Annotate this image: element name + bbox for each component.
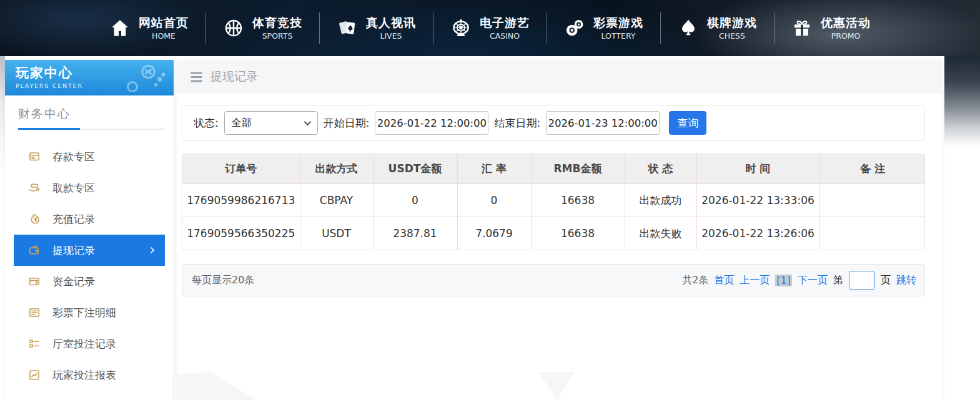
nav-item-lottery[interactable]: 彩票游戏LOTTERY [547,16,660,41]
table-cell: 16638 [531,184,625,217]
sidebar-item-label: 存款专区 [52,150,95,164]
page-header: 提现记录 [177,60,942,94]
sidebar-header: 玩家中心 PLAYERS CENTER [5,60,174,95]
nav-item-labels: 体育竞技SPORTS [252,16,302,41]
sidebar-item-label: 厅室投注记录 [52,337,116,351]
nav-label-en: LOTTERY [601,31,636,41]
per-page-text: 每页显示20条 [192,274,254,287]
sidebar-item-funds-record[interactable]: 资金记录 [14,266,165,297]
table-cell: 1769059986216713 [182,184,300,217]
sidebar-item-withdrawal-record[interactable]: 提现记录 [14,235,165,266]
jump-suffix-label: 页 [881,274,891,287]
nav-label-zh: 电子游艺 [480,16,530,31]
lottery-balls-icon [564,17,585,39]
next-page-link[interactable]: 下一页 [798,274,828,287]
column-header: 汇 率 [457,154,531,184]
nav-item-labels: 彩票游戏LOTTERY [593,16,643,41]
player-bet-report-icon [28,369,41,381]
home-icon [109,17,131,39]
column-header: 订单号 [182,154,300,184]
nav-label-zh: 网站首页 [139,16,189,31]
search-button[interactable]: 查询 [669,111,706,135]
sidebar-item-deposit-zone[interactable]: 存款专区 [14,141,165,172]
sidebar-item-label: 提现记录 [52,243,95,258]
table-cell: 0 [373,184,457,217]
nav-item-labels: 优惠活动PROMO [821,16,871,41]
lottery-bet-detail-icon [28,306,41,319]
column-header: 出款方式 [300,154,373,184]
page-jump-input[interactable] [849,271,875,290]
jump-button[interactable]: 跳转 [896,274,916,287]
table-cell: USDT [300,217,373,250]
sidebar-item-label: 玩家投注报表 [52,368,116,383]
recharge-record-icon [28,213,41,225]
sidebar: 玩家中心 PLAYERS CENTER 财务中心 存款专区取款专区充值记录提现记… [5,60,174,400]
nav-item-promo[interactable]: 优惠活动PROMO [775,16,888,41]
column-header: 状 态 [625,154,696,184]
withdrawal-table: 订单号出款方式USDT金额汇 率RMB金额状 态时 间备 注1769059986… [182,154,925,250]
table-cell: 2026-01-22 13:26:06 [696,217,819,250]
hamburger-icon [190,72,203,82]
sidebar-item-recharge-record[interactable]: 充值记录 [14,203,165,235]
table-cell: 2026-01-22 13:33:06 [696,184,819,217]
sidebar-item-label: 充值记录 [52,212,95,227]
nav-item-chess[interactable]: 棋牌游戏CHESS [661,16,774,41]
nav-item-sports[interactable]: 体育竞技SPORTS [206,16,319,41]
table-cell: 7.0679 [457,217,531,250]
sidebar-item-room-bet-record[interactable]: 厅室投注记录 [14,328,165,359]
top-navigation: 网站首页HOME体育竞技SPORTS真人视讯LIVES电子游艺CASINO彩票游… [0,0,980,56]
sidebar-item-lottery-bet-detail[interactable]: 彩票下注明细 [14,297,165,328]
pagination-controls: 共2条 首页 上一页 [1] 下一页 第 页 跳转 [682,271,916,290]
spade-icon [678,17,699,39]
nav-item-casino[interactable]: 电子游艺CASINO [433,16,547,41]
gift-icon [791,17,813,39]
sidebar-menu: 存款专区取款专区充值记录提现记录资金记录彩票下注明细厅室投注记录玩家投注报表 [5,136,174,391]
prev-page-link[interactable]: 上一页 [740,274,770,287]
first-page-link[interactable]: 首页 [714,274,734,287]
right-background-fade [944,56,980,150]
current-page-indicator[interactable]: [1] [775,275,792,286]
table-row: 1769059566350225USDT2387.817.067916638出款… [182,217,925,250]
column-header: RMB金额 [531,154,625,184]
nav-label-zh: 彩票游戏 [593,16,643,31]
table-cell: 1769059566350225 [182,217,300,250]
column-header: USDT金额 [373,154,457,184]
nav-item-home[interactable]: 网站首页HOME [92,16,205,41]
sidebar-item-label: 彩票下注明细 [52,306,116,320]
sidebar-section-title: 财务中心 [5,95,174,129]
nav-label-zh: 优惠活动 [821,16,871,31]
withdrawal-record-icon [28,244,41,256]
chevron-down-icon [304,120,312,126]
funds-record-icon [28,275,41,288]
nav-item-labels: 网站首页HOME [139,16,189,41]
nav-item-labels: 电子游艺CASINO [480,16,530,41]
table-cell [819,184,925,217]
sidebar-item-label: 资金记录 [52,275,95,289]
table-cell: 0 [457,184,531,217]
nav-item-labels: 真人视讯LIVES [366,16,416,41]
cards-icon [337,17,358,39]
nav-label-en: HOME [152,31,176,41]
nav-label-en: PROMO [831,31,861,41]
sidebar-item-withdraw-zone[interactable]: 取款专区 [14,172,165,203]
status-select[interactable]: 全部 [224,111,318,135]
left-background-strip [0,56,5,187]
table-cell: 出款成功 [625,184,696,217]
column-header: 备 注 [819,154,925,184]
sidebar-item-player-bet-report[interactable]: 玩家投注报表 [14,359,165,391]
nav-item-lives[interactable]: 真人视讯LIVES [320,16,433,41]
deposit-zone-icon [28,150,41,163]
nav-label-zh: 体育竞技 [252,16,302,31]
table-cell: CBPAY [300,184,373,217]
chevron-right-icon [149,246,156,255]
start-date-input[interactable] [375,111,488,135]
nav-item-labels: 棋牌游戏CHESS [707,16,757,41]
status-label: 状态: [194,116,219,130]
table-cell: 16638 [531,217,625,250]
table-cell: 2387.81 [373,217,457,250]
nav-label-en: SPORTS [262,31,293,41]
filter-bar: 状态: 全部 开始日期: 结束日期: 查询 [182,105,925,141]
end-date-input[interactable] [546,111,660,135]
top-banner: 网站首页HOME体育竞技SPORTS真人视讯LIVES电子游艺CASINO彩票游… [0,0,980,56]
total-count: 共2条 [682,274,708,287]
